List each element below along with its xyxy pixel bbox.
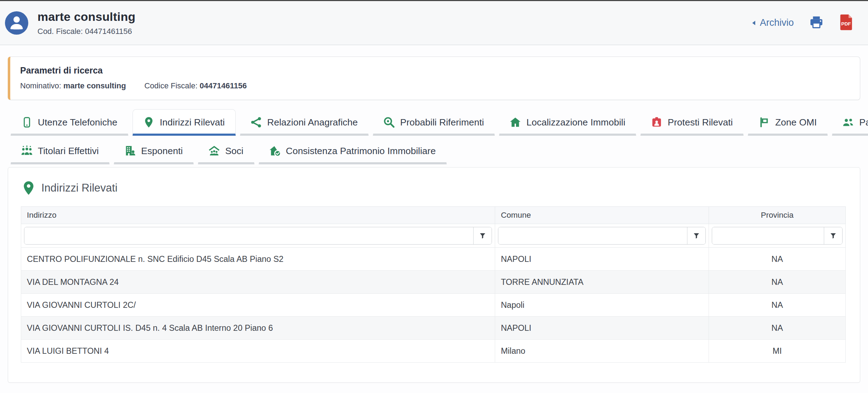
- tab-label: Relazioni Anagrafiche: [267, 117, 358, 128]
- funnel-icon[interactable]: [473, 227, 492, 244]
- tab-soci[interactable]: Soci: [198, 138, 254, 164]
- page-header: marte consulting Cod. Fiscale: 044714611…: [0, 1, 868, 45]
- indirizzi-rilevati-panel: Indirizzi Rilevati Indirizzo Comune Prov…: [8, 167, 860, 383]
- filter-input-provincia[interactable]: [712, 227, 824, 244]
- mobile-icon: [21, 116, 33, 128]
- section-title: Indirizzi Rilevati: [41, 182, 117, 194]
- users-icon: [842, 116, 854, 128]
- cell-provincia: NA: [709, 317, 845, 340]
- cell-provincia: MI: [709, 340, 845, 363]
- search-parameters-title: Parametri di ricerca: [20, 65, 850, 76]
- svg-text:PDF: PDF: [841, 21, 851, 27]
- tab-label: Protesti Rilevati: [668, 117, 733, 128]
- tab-bar-row-2: Titolari EffettiviEsponentiSociConsisten…: [0, 138, 868, 164]
- table-filter-row: [21, 224, 846, 248]
- tab-bar-row-1: Utenze TelefonicheIndirizzi RilevatiRela…: [0, 109, 868, 136]
- tab-partecipazioni[interactable]: Partecipazioni: [832, 109, 868, 136]
- tab-label: Utenze Telefoniche: [38, 117, 117, 128]
- table-row[interactable]: VIA GIOVANNI CURTOLI IS. D45 n. 4 Scala …: [21, 317, 846, 340]
- tab-label: Titolari Effettivi: [38, 146, 99, 157]
- caret-left-icon: [751, 19, 758, 27]
- tab-label: Probabili Riferimenti: [400, 117, 484, 128]
- cell-provincia: NA: [709, 271, 845, 294]
- table-row[interactable]: VIA DEL MONTAGNA 24TORRE ANNUNZIATANA: [21, 271, 846, 294]
- home-icon: [509, 116, 521, 128]
- tab-relazioni-anagrafiche[interactable]: Relazioni Anagrafiche: [240, 109, 369, 136]
- building-user-icon: [124, 145, 136, 157]
- column-header-provincia[interactable]: Provincia: [709, 207, 845, 224]
- filter-box-indirizzo: [24, 227, 492, 245]
- table-header-row: Indirizzo Comune Provincia: [21, 207, 846, 224]
- search-dot-icon: [383, 116, 395, 128]
- table-row[interactable]: VIA GIOVANNI CURTOLI 2C/NapoliNA: [21, 294, 846, 317]
- print-button[interactable]: [808, 15, 825, 31]
- tab-probabili-riferimenti[interactable]: Probabili Riferimenti: [373, 109, 495, 136]
- company-avatar: [5, 11, 28, 35]
- cell-comune: Milano: [495, 340, 709, 363]
- cell-comune: NAPOLI: [495, 317, 709, 340]
- archivio-link[interactable]: Archivio: [751, 17, 794, 28]
- search-parameters-card: Parametri di ricerca Nominativo:marte co…: [8, 57, 860, 100]
- archivio-label: Archivio: [760, 17, 794, 28]
- tab-label: Soci: [225, 146, 244, 157]
- pdf-file-icon: PDF: [839, 14, 853, 32]
- id-badge-icon: [651, 116, 663, 128]
- map-pin-icon: [143, 116, 155, 128]
- tab-esponenti[interactable]: Esponenti: [114, 138, 194, 164]
- table-row[interactable]: VIA LUIGI BETTONI 4MilanoMI: [21, 340, 846, 363]
- cell-indirizzo: VIA GIOVANNI CURTOLI IS. D45 n. 4 Scala …: [21, 317, 495, 340]
- tab-label: Zone OMI: [775, 117, 817, 128]
- cell-indirizzo: VIA LUIGI BETTONI 4: [21, 340, 495, 363]
- tab-indirizzi-rilevati[interactable]: Indirizzi Rilevati: [133, 109, 236, 136]
- funnel-icon[interactable]: [824, 227, 842, 244]
- cod-fiscale-line: Cod. Fiscale: 04471461156: [37, 27, 751, 36]
- map-pin-icon: [21, 180, 36, 196]
- person-icon: [7, 13, 26, 33]
- house-check-icon: [269, 145, 281, 157]
- codice-fiscale-field: Codice Fiscale:04471461156: [144, 81, 247, 90]
- tab-label: Localizzazione Immobili: [526, 117, 625, 128]
- cell-indirizzo: VIA GIOVANNI CURTOLI 2C/: [21, 294, 495, 317]
- tab-label: Indirizzi Rilevati: [160, 117, 225, 128]
- cell-indirizzo: VIA DEL MONTAGNA 24: [21, 271, 495, 294]
- users-dots-icon: [21, 145, 33, 157]
- cell-comune: TORRE ANNUNZIATA: [495, 271, 709, 294]
- tab-label: Partecipazioni: [859, 117, 868, 128]
- cell-comune: NAPOLI: [495, 248, 709, 271]
- column-header-indirizzo[interactable]: Indirizzo: [21, 207, 495, 224]
- tab-protesti-rilevati[interactable]: Protesti Rilevati: [640, 109, 744, 136]
- column-header-comune[interactable]: Comune: [495, 207, 709, 224]
- addresses-table: Indirizzo Comune Provincia CENTRO POLIFU…: [21, 206, 846, 363]
- house-users-icon: [208, 145, 220, 157]
- share-nodes-icon: [250, 116, 262, 128]
- filter-box-provincia: [712, 227, 843, 245]
- tab-zone-omi[interactable]: Zone OMI: [748, 109, 828, 136]
- tab-consistenza-patrimonio-immobiliare[interactable]: Consistenza Patrimonio Immobiliare: [259, 138, 447, 164]
- tab-label: Esponenti: [141, 146, 183, 157]
- tab-utenze-telefoniche[interactable]: Utenze Telefoniche: [11, 109, 128, 136]
- cell-provincia: NA: [709, 294, 845, 317]
- tab-localizzazione-immobili[interactable]: Localizzazione Immobili: [499, 109, 636, 136]
- printer-icon: [808, 15, 825, 31]
- funnel-icon[interactable]: [687, 227, 705, 244]
- cell-comune: Napoli: [495, 294, 709, 317]
- cell-indirizzo: CENTRO POLIFUNZIONALE n. SNC Edificio D4…: [21, 248, 495, 271]
- export-pdf-button[interactable]: PDF: [839, 14, 853, 32]
- cell-provincia: NA: [709, 248, 845, 271]
- filter-input-indirizzo[interactable]: [24, 227, 473, 244]
- filter-input-comune[interactable]: [498, 227, 687, 244]
- page-title: marte consulting: [37, 10, 751, 24]
- table-row[interactable]: CENTRO POLIFUNZIONALE n. SNC Edificio D4…: [21, 248, 846, 271]
- filter-box-comune: [498, 227, 706, 245]
- tab-label: Consistenza Patrimonio Immobiliare: [286, 146, 436, 157]
- tab-titolari-effettivi[interactable]: Titolari Effettivi: [11, 138, 110, 164]
- sign-icon: [758, 116, 770, 128]
- nominativo-field: Nominativo:marte consulting: [20, 81, 126, 90]
